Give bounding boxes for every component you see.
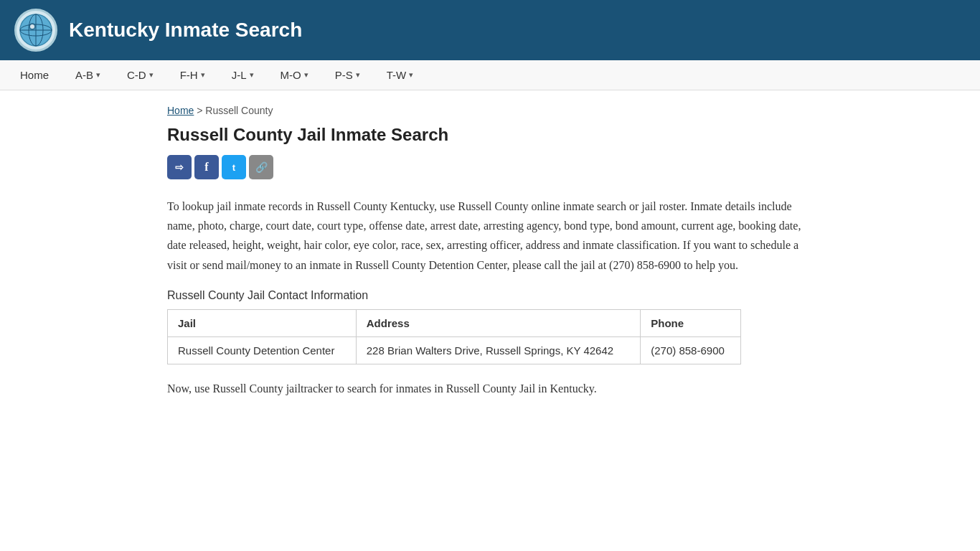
nav-item-c-d[interactable]: C-D▾ <box>114 60 167 90</box>
main-nav: HomeA-B▾C-D▾F-H▾J-L▾M-O▾P-S▾T-W▾ <box>0 60 980 90</box>
share-button[interactable]: ⇨ <box>167 155 192 179</box>
table-row: Russell County Detention Center228 Brian… <box>168 336 741 364</box>
nav-item-f-h[interactable]: F-H▾ <box>167 60 219 90</box>
site-header: Kentucky Inmate Search <box>0 0 980 60</box>
breadcrumb-home-link[interactable]: Home <box>167 105 194 116</box>
facebook-button[interactable]: f <box>194 155 219 179</box>
page-title: Russell County Jail Inmate Search <box>167 125 813 145</box>
col-jail: Jail <box>168 309 357 336</box>
chevron-down-icon: ▾ <box>96 70 100 80</box>
col-address: Address <box>356 309 640 336</box>
copy-link-button[interactable]: 🔗 <box>249 155 273 179</box>
description-text: To lookup jail inmate records in Russell… <box>167 197 813 275</box>
social-buttons: ⇨ f t 🔗 <box>167 155 813 179</box>
footer-text: Now, use Russell County jailtracker to s… <box>167 379 813 398</box>
nav-label: F-H <box>180 69 198 81</box>
chevron-down-icon: ▾ <box>356 70 360 80</box>
table-body: Russell County Detention Center228 Brian… <box>168 336 741 364</box>
svg-point-6 <box>30 24 34 29</box>
nav-label: T-W <box>387 69 407 81</box>
facebook-icon: f <box>204 161 208 174</box>
breadcrumb: Home > Russell County <box>167 105 813 116</box>
nav-label: M-O <box>281 69 301 81</box>
chevron-down-icon: ▾ <box>250 70 254 80</box>
table-header-row: Jail Address Phone <box>168 309 741 336</box>
contact-heading: Russell County Jail Contact Information <box>167 289 813 302</box>
nav-item-a-b[interactable]: A-B▾ <box>62 60 114 90</box>
cell-address: 228 Brian Walters Drive, Russell Springs… <box>356 336 640 364</box>
jail-table: Jail Address Phone Russell County Detent… <box>167 309 741 364</box>
nav-label: C-D <box>127 69 146 81</box>
nav-item-m-o[interactable]: M-O▾ <box>268 60 322 90</box>
nav-label: P-S <box>335 69 353 81</box>
breadcrumb-separator: > <box>197 105 205 116</box>
nav-label: Home <box>20 69 49 81</box>
share-icon: ⇨ <box>175 161 184 173</box>
chevron-down-icon: ▾ <box>201 70 205 80</box>
site-title: Kentucky Inmate Search <box>69 19 302 42</box>
chevron-down-icon: ▾ <box>304 70 308 80</box>
nav-label: A-B <box>75 69 93 81</box>
twitter-icon: t <box>232 162 235 173</box>
nav-item-j-l[interactable]: J-L▾ <box>219 60 268 90</box>
cell-jail: Russell County Detention Center <box>168 336 357 364</box>
col-phone: Phone <box>641 309 741 336</box>
main-content: Home > Russell County Russell County Jai… <box>146 90 834 427</box>
link-icon: 🔗 <box>255 161 268 173</box>
chevron-down-icon: ▾ <box>149 70 154 80</box>
nav-item-t-w[interactable]: T-W▾ <box>374 60 428 90</box>
nav-item-home[interactable]: Home <box>7 60 62 90</box>
nav-label: J-L <box>232 69 247 81</box>
site-logo <box>14 9 57 52</box>
cell-phone: (270) 858-6900 <box>641 336 741 364</box>
nav-item-p-s[interactable]: P-S▾ <box>322 60 374 90</box>
chevron-down-icon: ▾ <box>409 70 413 80</box>
breadcrumb-current: Russell County <box>205 105 273 116</box>
twitter-button[interactable]: t <box>222 155 246 179</box>
